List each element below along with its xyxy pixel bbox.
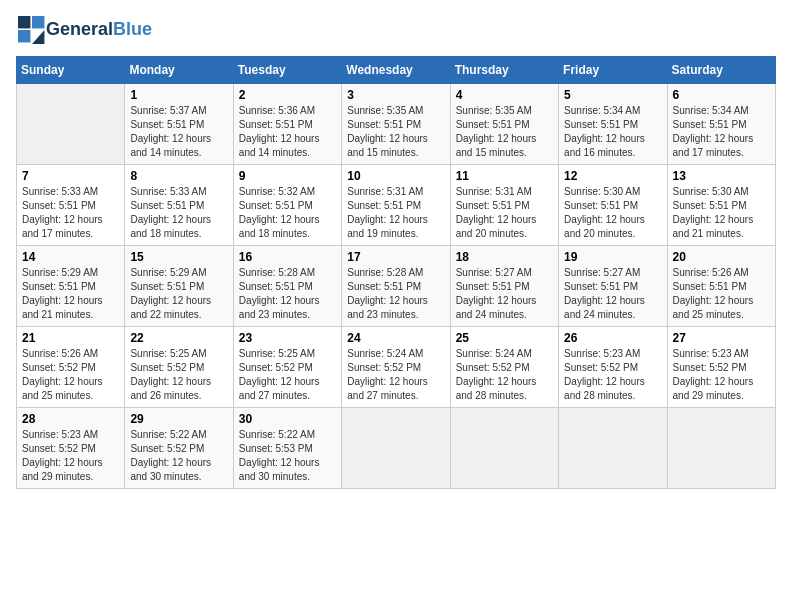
day-info: Sunrise: 5:25 AM Sunset: 5:52 PM Dayligh… bbox=[239, 347, 336, 403]
day-number: 25 bbox=[456, 331, 553, 345]
calendar-week-5: 28Sunrise: 5:23 AM Sunset: 5:52 PM Dayli… bbox=[17, 408, 776, 489]
day-number: 29 bbox=[130, 412, 227, 426]
calendar-cell: 14Sunrise: 5:29 AM Sunset: 5:51 PM Dayli… bbox=[17, 246, 125, 327]
logo: GeneralBlue bbox=[16, 16, 152, 44]
day-number: 9 bbox=[239, 169, 336, 183]
calendar-cell: 23Sunrise: 5:25 AM Sunset: 5:52 PM Dayli… bbox=[233, 327, 341, 408]
day-number: 14 bbox=[22, 250, 119, 264]
day-info: Sunrise: 5:23 AM Sunset: 5:52 PM Dayligh… bbox=[673, 347, 770, 403]
logo-icon bbox=[18, 16, 46, 44]
calendar-cell: 7Sunrise: 5:33 AM Sunset: 5:51 PM Daylig… bbox=[17, 165, 125, 246]
day-info: Sunrise: 5:36 AM Sunset: 5:51 PM Dayligh… bbox=[239, 104, 336, 160]
day-number: 6 bbox=[673, 88, 770, 102]
day-number: 17 bbox=[347, 250, 444, 264]
calendar-cell: 12Sunrise: 5:30 AM Sunset: 5:51 PM Dayli… bbox=[559, 165, 667, 246]
day-info: Sunrise: 5:28 AM Sunset: 5:51 PM Dayligh… bbox=[347, 266, 444, 322]
day-number: 23 bbox=[239, 331, 336, 345]
day-number: 26 bbox=[564, 331, 661, 345]
calendar-cell: 2Sunrise: 5:36 AM Sunset: 5:51 PM Daylig… bbox=[233, 84, 341, 165]
day-info: Sunrise: 5:35 AM Sunset: 5:51 PM Dayligh… bbox=[347, 104, 444, 160]
calendar-cell: 9Sunrise: 5:32 AM Sunset: 5:51 PM Daylig… bbox=[233, 165, 341, 246]
day-number: 28 bbox=[22, 412, 119, 426]
day-info: Sunrise: 5:29 AM Sunset: 5:51 PM Dayligh… bbox=[130, 266, 227, 322]
calendar-week-2: 7Sunrise: 5:33 AM Sunset: 5:51 PM Daylig… bbox=[17, 165, 776, 246]
day-number: 10 bbox=[347, 169, 444, 183]
day-number: 2 bbox=[239, 88, 336, 102]
calendar-week-1: 1Sunrise: 5:37 AM Sunset: 5:51 PM Daylig… bbox=[17, 84, 776, 165]
day-header-thursday: Thursday bbox=[450, 57, 558, 84]
day-number: 5 bbox=[564, 88, 661, 102]
day-info: Sunrise: 5:31 AM Sunset: 5:51 PM Dayligh… bbox=[456, 185, 553, 241]
calendar-cell: 1Sunrise: 5:37 AM Sunset: 5:51 PM Daylig… bbox=[125, 84, 233, 165]
calendar-cell: 22Sunrise: 5:25 AM Sunset: 5:52 PM Dayli… bbox=[125, 327, 233, 408]
day-info: Sunrise: 5:30 AM Sunset: 5:51 PM Dayligh… bbox=[673, 185, 770, 241]
day-info: Sunrise: 5:27 AM Sunset: 5:51 PM Dayligh… bbox=[564, 266, 661, 322]
calendar-week-4: 21Sunrise: 5:26 AM Sunset: 5:52 PM Dayli… bbox=[17, 327, 776, 408]
calendar-cell: 29Sunrise: 5:22 AM Sunset: 5:52 PM Dayli… bbox=[125, 408, 233, 489]
day-header-tuesday: Tuesday bbox=[233, 57, 341, 84]
day-number: 15 bbox=[130, 250, 227, 264]
day-info: Sunrise: 5:25 AM Sunset: 5:52 PM Dayligh… bbox=[130, 347, 227, 403]
calendar-table: SundayMondayTuesdayWednesdayThursdayFrid… bbox=[16, 56, 776, 489]
svg-rect-1 bbox=[32, 16, 44, 28]
day-info: Sunrise: 5:22 AM Sunset: 5:53 PM Dayligh… bbox=[239, 428, 336, 484]
calendar-cell: 18Sunrise: 5:27 AM Sunset: 5:51 PM Dayli… bbox=[450, 246, 558, 327]
day-info: Sunrise: 5:27 AM Sunset: 5:51 PM Dayligh… bbox=[456, 266, 553, 322]
day-number: 30 bbox=[239, 412, 336, 426]
day-header-friday: Friday bbox=[559, 57, 667, 84]
calendar-cell: 11Sunrise: 5:31 AM Sunset: 5:51 PM Dayli… bbox=[450, 165, 558, 246]
day-info: Sunrise: 5:35 AM Sunset: 5:51 PM Dayligh… bbox=[456, 104, 553, 160]
day-info: Sunrise: 5:26 AM Sunset: 5:51 PM Dayligh… bbox=[673, 266, 770, 322]
svg-rect-0 bbox=[18, 16, 30, 28]
svg-rect-2 bbox=[18, 30, 30, 42]
day-number: 21 bbox=[22, 331, 119, 345]
day-number: 4 bbox=[456, 88, 553, 102]
day-number: 18 bbox=[456, 250, 553, 264]
calendar-cell bbox=[17, 84, 125, 165]
day-info: Sunrise: 5:29 AM Sunset: 5:51 PM Dayligh… bbox=[22, 266, 119, 322]
day-number: 7 bbox=[22, 169, 119, 183]
day-info: Sunrise: 5:30 AM Sunset: 5:51 PM Dayligh… bbox=[564, 185, 661, 241]
calendar-cell: 26Sunrise: 5:23 AM Sunset: 5:52 PM Dayli… bbox=[559, 327, 667, 408]
calendar-cell: 21Sunrise: 5:26 AM Sunset: 5:52 PM Dayli… bbox=[17, 327, 125, 408]
day-header-wednesday: Wednesday bbox=[342, 57, 450, 84]
svg-marker-3 bbox=[32, 30, 44, 44]
day-info: Sunrise: 5:33 AM Sunset: 5:51 PM Dayligh… bbox=[22, 185, 119, 241]
day-header-monday: Monday bbox=[125, 57, 233, 84]
day-info: Sunrise: 5:28 AM Sunset: 5:51 PM Dayligh… bbox=[239, 266, 336, 322]
day-info: Sunrise: 5:24 AM Sunset: 5:52 PM Dayligh… bbox=[347, 347, 444, 403]
day-number: 3 bbox=[347, 88, 444, 102]
day-number: 16 bbox=[239, 250, 336, 264]
calendar-cell: 4Sunrise: 5:35 AM Sunset: 5:51 PM Daylig… bbox=[450, 84, 558, 165]
calendar-cell bbox=[342, 408, 450, 489]
day-number: 22 bbox=[130, 331, 227, 345]
day-number: 20 bbox=[673, 250, 770, 264]
calendar-cell: 24Sunrise: 5:24 AM Sunset: 5:52 PM Dayli… bbox=[342, 327, 450, 408]
calendar-cell bbox=[559, 408, 667, 489]
day-info: Sunrise: 5:22 AM Sunset: 5:52 PM Dayligh… bbox=[130, 428, 227, 484]
day-number: 13 bbox=[673, 169, 770, 183]
day-info: Sunrise: 5:33 AM Sunset: 5:51 PM Dayligh… bbox=[130, 185, 227, 241]
day-info: Sunrise: 5:23 AM Sunset: 5:52 PM Dayligh… bbox=[564, 347, 661, 403]
calendar-cell: 6Sunrise: 5:34 AM Sunset: 5:51 PM Daylig… bbox=[667, 84, 775, 165]
day-header-sunday: Sunday bbox=[17, 57, 125, 84]
day-number: 12 bbox=[564, 169, 661, 183]
calendar-cell: 13Sunrise: 5:30 AM Sunset: 5:51 PM Dayli… bbox=[667, 165, 775, 246]
calendar-cell bbox=[450, 408, 558, 489]
calendar-cell: 10Sunrise: 5:31 AM Sunset: 5:51 PM Dayli… bbox=[342, 165, 450, 246]
calendar-cell: 25Sunrise: 5:24 AM Sunset: 5:52 PM Dayli… bbox=[450, 327, 558, 408]
calendar-cell bbox=[667, 408, 775, 489]
calendar-week-3: 14Sunrise: 5:29 AM Sunset: 5:51 PM Dayli… bbox=[17, 246, 776, 327]
header: GeneralBlue bbox=[16, 16, 776, 44]
calendar-cell: 17Sunrise: 5:28 AM Sunset: 5:51 PM Dayli… bbox=[342, 246, 450, 327]
calendar-cell: 5Sunrise: 5:34 AM Sunset: 5:51 PM Daylig… bbox=[559, 84, 667, 165]
day-info: Sunrise: 5:26 AM Sunset: 5:52 PM Dayligh… bbox=[22, 347, 119, 403]
logo-text: GeneralBlue bbox=[46, 20, 152, 40]
day-info: Sunrise: 5:32 AM Sunset: 5:51 PM Dayligh… bbox=[239, 185, 336, 241]
day-header-saturday: Saturday bbox=[667, 57, 775, 84]
calendar-cell: 28Sunrise: 5:23 AM Sunset: 5:52 PM Dayli… bbox=[17, 408, 125, 489]
day-number: 24 bbox=[347, 331, 444, 345]
calendar-cell: 19Sunrise: 5:27 AM Sunset: 5:51 PM Dayli… bbox=[559, 246, 667, 327]
calendar-cell: 20Sunrise: 5:26 AM Sunset: 5:51 PM Dayli… bbox=[667, 246, 775, 327]
calendar-cell: 3Sunrise: 5:35 AM Sunset: 5:51 PM Daylig… bbox=[342, 84, 450, 165]
